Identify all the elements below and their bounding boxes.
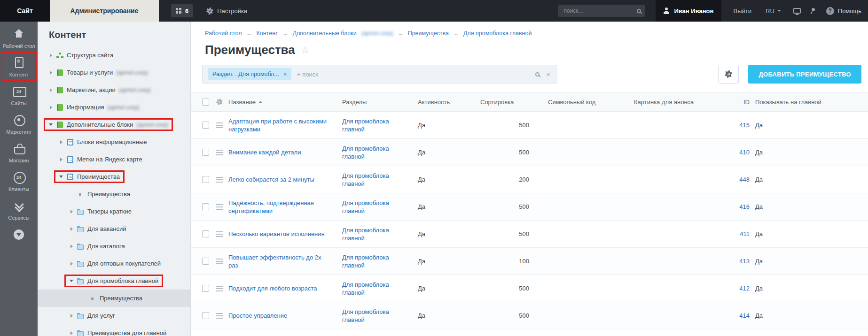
tree-item[interactable]: Дополнительные блоки (apriori.corp): [38, 116, 190, 133]
row-id-link[interactable]: 412: [739, 284, 750, 292]
expand-arrow-icon[interactable]: [69, 244, 74, 248]
monitor-icon[interactable]: [793, 8, 801, 14]
row-name-link[interactable]: Внимание каждой детали: [228, 148, 301, 156]
filter-chip[interactable]: Раздел: . Для промобл...: [208, 68, 291, 80]
rail-item[interactable]: Магазин: [1, 138, 36, 167]
row-menu-icon[interactable]: [216, 288, 223, 289]
tree-item[interactable]: Для промоблока главной: [38, 272, 190, 290]
row-name-link[interactable]: Надёжность, подтвержденная сертификатами: [228, 199, 332, 215]
column-header-code[interactable]: Символьный код: [548, 99, 634, 106]
row-id-link[interactable]: 413: [739, 257, 750, 265]
tree-item[interactable]: Тизеры краткие: [38, 203, 190, 220]
notifications-counter[interactable]: 6: [171, 4, 193, 17]
tree-item[interactable]: Преимущества: [38, 185, 190, 203]
filter-search-icon[interactable]: [535, 72, 540, 76]
row-menu-icon[interactable]: [216, 261, 223, 262]
chip-remove-icon[interactable]: [283, 71, 287, 77]
expand-arrow-icon[interactable]: [48, 106, 53, 109]
row-id-link[interactable]: 414: [739, 312, 750, 320]
row-name-link[interactable]: Повышает эффективность до 2х раз: [228, 253, 332, 269]
column-header-sort[interactable]: Сортировка: [480, 99, 548, 106]
help-button[interactable]: Помощь: [826, 7, 861, 15]
favorite-star-icon[interactable]: [301, 45, 309, 55]
row-section-link[interactable]: Для промоблока главной: [342, 253, 413, 269]
row-id-link[interactable]: 411: [740, 230, 750, 238]
row-checkbox[interactable]: [202, 312, 209, 319]
row-name-link[interactable]: Простое управление: [228, 312, 287, 320]
row-checkbox[interactable]: [202, 149, 209, 156]
expand-arrow-icon[interactable]: [69, 262, 74, 266]
column-header-show-on-main[interactable]: Показывать на главной: [755, 99, 854, 106]
row-section-link[interactable]: Для промоблока главной: [342, 308, 413, 324]
expand-arrow-icon[interactable]: [59, 176, 63, 178]
column-header-active[interactable]: Активность: [418, 99, 480, 106]
row-id-link[interactable]: 416: [739, 203, 750, 211]
row-section-link[interactable]: Для промоблока главной: [342, 226, 413, 242]
expand-arrow-icon[interactable]: [69, 331, 74, 335]
breadcrumb-link[interactable]: Преимущества: [408, 30, 449, 37]
list-settings-button[interactable]: [718, 65, 739, 84]
logout-button[interactable]: Выйти: [734, 8, 752, 15]
user-menu[interactable]: Иван Иванов: [656, 0, 721, 22]
expand-arrow-icon[interactable]: [59, 158, 63, 161]
rail-item[interactable]: Маркетинг: [1, 110, 36, 138]
breadcrumb-link[interactable]: Для промоблока главной: [463, 30, 532, 37]
tree-item[interactable]: Метки на Яндекс карте: [38, 151, 190, 168]
tree-item[interactable]: Для каталога: [38, 237, 190, 255]
tab-administration[interactable]: Администрирование: [50, 0, 159, 22]
breadcrumb-link[interactable]: Дополнительные блоки: [293, 30, 357, 37]
tree-item[interactable]: Блоки информационные: [38, 133, 190, 151]
expand-arrow-icon[interactable]: [48, 123, 53, 126]
row-menu-icon[interactable]: [216, 315, 223, 316]
add-advantage-button[interactable]: ДОБАВИТЬ ПРЕИМУЩЕСТВО: [748, 65, 861, 84]
rail-item[interactable]: 24 Сайты: [1, 81, 36, 110]
tree-item[interactable]: Для оптовых покупателей: [38, 255, 190, 272]
row-menu-icon[interactable]: [216, 206, 223, 207]
column-header-name[interactable]: Название: [228, 99, 342, 106]
rail-item[interactable]: Контент: [1, 53, 36, 81]
row-section-link[interactable]: Для промоблока главной: [342, 117, 413, 133]
row-menu-icon[interactable]: [216, 125, 223, 126]
expand-arrow-icon[interactable]: [48, 88, 53, 92]
tree-item[interactable]: Структура сайта: [38, 46, 190, 64]
column-header-sections[interactable]: Разделы: [342, 99, 418, 106]
settings-button[interactable]: Настройки: [206, 8, 247, 15]
row-checkbox[interactable]: [202, 122, 209, 129]
breadcrumb-link[interactable]: Рабочий стол: [205, 30, 242, 37]
row-section-link[interactable]: Для промоблока главной: [342, 145, 413, 160]
tree-item[interactable]: Для вакансий: [38, 220, 190, 237]
column-header-id[interactable]: ID: [718, 99, 755, 106]
tree-item[interactable]: Для услуг: [38, 307, 190, 324]
row-section-link[interactable]: Для промоблока главной: [342, 281, 413, 297]
search-input[interactable]: [563, 7, 634, 15]
row-checkbox[interactable]: [202, 258, 209, 265]
filter-search-input[interactable]: [296, 70, 531, 78]
tree-item[interactable]: Преимущества для главной: [38, 324, 190, 336]
pin-icon[interactable]: [809, 8, 816, 14]
language-selector[interactable]: RU: [766, 8, 781, 15]
tab-site[interactable]: Сайт: [0, 0, 50, 22]
expand-arrow-icon[interactable]: [69, 227, 74, 231]
expand-arrow-icon[interactable]: [48, 71, 53, 75]
row-section-link[interactable]: Для промоблока главной: [342, 199, 413, 215]
rail-item[interactable]: [1, 224, 36, 247]
filter-clear-icon[interactable]: [546, 71, 550, 78]
select-all-checkbox[interactable]: [202, 99, 209, 106]
breadcrumb-link[interactable]: Контент: [256, 30, 278, 37]
rail-item[interactable]: Рабочий стол: [1, 24, 36, 53]
row-checkbox[interactable]: [202, 176, 209, 183]
row-section-link[interactable]: Для промоблока главной: [342, 172, 413, 188]
tree-item[interactable]: Преимущества: [38, 168, 190, 185]
row-menu-icon[interactable]: [216, 152, 223, 153]
row-id-link[interactable]: 448: [739, 176, 750, 183]
row-id-link[interactable]: 410: [739, 148, 750, 156]
row-checkbox[interactable]: [202, 230, 209, 237]
row-menu-icon[interactable]: [216, 179, 223, 180]
expand-arrow-icon[interactable]: [69, 210, 74, 214]
row-checkbox[interactable]: [202, 285, 209, 292]
tree-item[interactable]: Информация (apriori.corp): [38, 99, 190, 116]
column-header-image[interactable]: Картинка для анонса: [634, 99, 718, 106]
row-name-link[interactable]: Адаптация при работе с высокими нагрузка…: [228, 117, 332, 133]
tree-item[interactable]: Преимущества: [38, 290, 190, 307]
row-name-link[interactable]: Несколько вариантов исполнения: [228, 230, 325, 238]
